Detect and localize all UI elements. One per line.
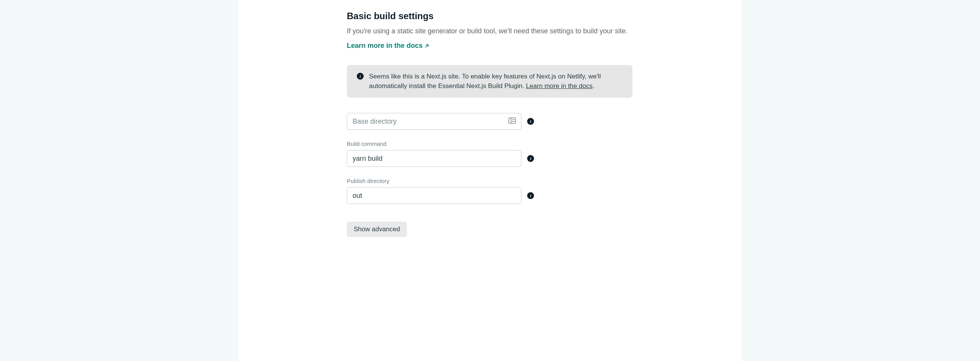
svg-rect-1 — [509, 118, 516, 123]
external-link-icon — [424, 43, 430, 49]
content-area: Basic build settings If you're using a s… — [347, 11, 632, 237]
field-row: i — [347, 150, 632, 167]
field-row: i — [347, 113, 632, 130]
input-wrap — [347, 113, 521, 130]
file-browser-icon[interactable] — [508, 118, 516, 125]
help-icon[interactable]: i — [527, 192, 534, 199]
learn-more-label: Learn more in the docs — [347, 42, 423, 50]
build-command-input[interactable] — [347, 150, 521, 167]
settings-panel: Basic build settings If you're using a s… — [238, 0, 742, 361]
section-subtitle: If you're using a static site generator … — [347, 26, 632, 36]
field-row: i — [347, 187, 632, 204]
info-notice: i Seems like this is a Next.js site. To … — [347, 65, 632, 98]
help-icon[interactable]: i — [527, 118, 534, 125]
publish-directory-input[interactable] — [347, 187, 521, 204]
base-directory-input[interactable] — [347, 113, 521, 130]
build-command-label: Build command — [347, 140, 632, 147]
publish-directory-field-group: Publish directory i — [347, 178, 632, 204]
info-icon: i — [357, 73, 364, 80]
learn-more-link[interactable]: Learn more in the docs — [347, 42, 430, 50]
build-command-field-group: Build command i — [347, 140, 632, 167]
section-title: Basic build settings — [347, 11, 632, 21]
publish-directory-label: Publish directory — [347, 178, 632, 184]
help-icon[interactable]: i — [527, 155, 534, 162]
info-notice-link[interactable]: Learn more in the docs — [526, 82, 593, 90]
show-advanced-button[interactable]: Show advanced — [347, 222, 407, 237]
svg-line-0 — [426, 44, 428, 47]
base-directory-field-group: i — [347, 113, 632, 130]
info-icon-wrap: i — [357, 72, 364, 80]
info-text-after: . — [593, 82, 595, 90]
info-notice-text: Seems like this is a Next.js site. To en… — [369, 72, 622, 91]
